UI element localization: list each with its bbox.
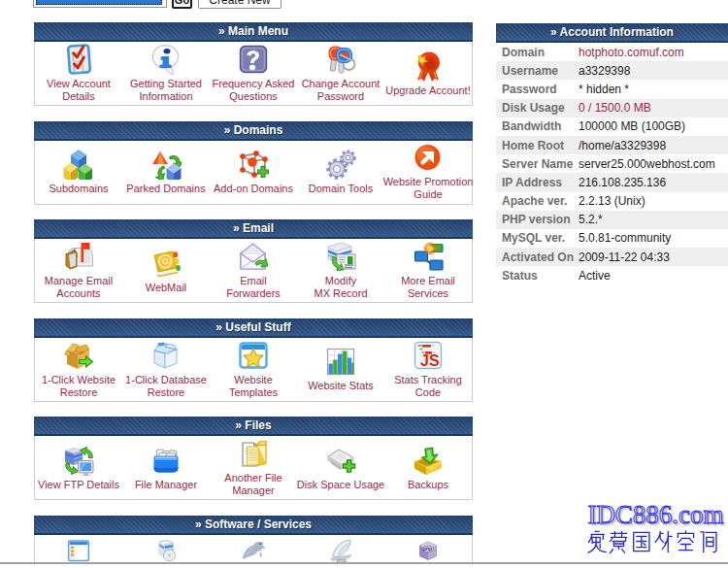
- svg-text:php: php: [422, 547, 432, 551]
- svg-text:JS: JS: [420, 352, 440, 369]
